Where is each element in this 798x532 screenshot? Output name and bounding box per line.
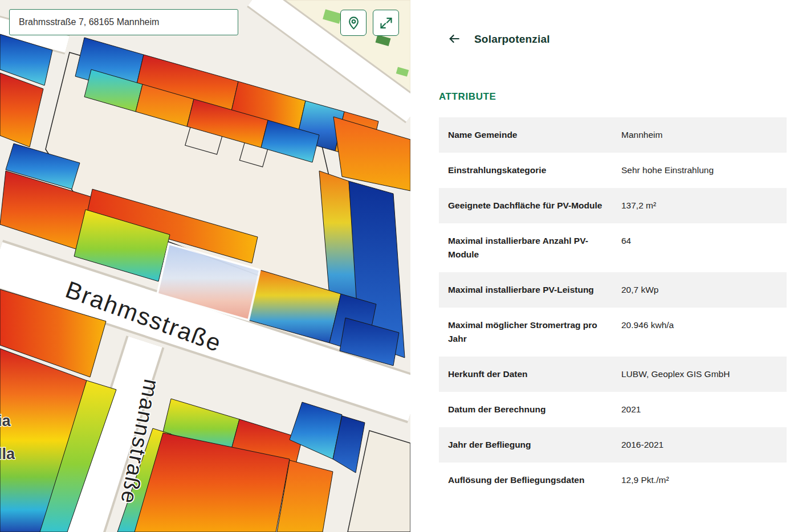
details-panel: Solarpotenzial ATTRIBUTE Name Gemeinde M…	[410, 0, 798, 532]
attribute-label: Maximal installierbare PV-Leistung	[448, 283, 612, 297]
poi-label-partial-1: ia	[0, 412, 11, 429]
attribute-label: Name Gemeinde	[448, 128, 612, 142]
attribute-label: Jahr der Befliegung	[448, 438, 612, 452]
map-controls	[340, 10, 399, 36]
attributes-heading: ATTRIBUTE	[439, 91, 787, 103]
attribute-value: LUBW, Geoplex GIS GmbH	[612, 367, 777, 381]
attribute-label: Einstrahlungskategorie	[448, 163, 612, 177]
attribute-value: Sehr hohe Einstrahlung	[612, 163, 777, 177]
map-canvas[interactable]: Brahmsstraße mannstraße ia lla	[0, 0, 410, 532]
attribute-row: Name Gemeinde Mannheim	[439, 117, 787, 153]
attribute-value: 12,9 Pkt./m²	[612, 473, 777, 487]
expand-arrows-icon	[378, 15, 394, 31]
attribute-value: 2021	[612, 403, 777, 416]
attribute-label: Herkunft der Daten	[448, 367, 612, 381]
attribute-row: Datum der Berechnung 2021	[439, 392, 787, 427]
attribute-row: Maximal installierbare Anzahl PV-Module …	[439, 223, 787, 272]
arrow-left-icon	[447, 32, 462, 45]
attribute-value: 20.946 kwh/a	[612, 318, 777, 332]
attribute-label: Datum der Berechnung	[448, 403, 612, 416]
attribute-row: Herkunft der Daten LUBW, Geoplex GIS Gmb…	[439, 357, 787, 392]
address-search[interactable]	[9, 9, 238, 35]
attribute-row: Maximal möglicher Stromertrag pro Jahr 2…	[439, 308, 787, 357]
attribute-row: Auflösung der Befliegungsdaten 12,9 Pkt.…	[439, 463, 787, 498]
attribute-value: Mannheim	[612, 128, 777, 142]
map-view[interactable]: Brahmsstraße mannstraße ia lla	[0, 0, 410, 532]
attribute-label: Auflösung der Befliegungsdaten	[448, 473, 612, 487]
attribute-label: Geeignete Dachfläche für PV-Module	[448, 199, 612, 212]
fullscreen-button[interactable]	[373, 10, 399, 36]
attribute-row: Einstrahlungskategorie Sehr hohe Einstra…	[439, 153, 787, 188]
attribute-value: 64	[612, 234, 777, 248]
attribute-value: 20,7 kWp	[612, 283, 777, 297]
attribute-value: 137,2 m²	[612, 199, 777, 212]
attribute-row: Geeignete Dachfläche für PV-Module 137,2…	[439, 188, 787, 223]
attribute-row: Jahr der Befliegung 2016-2021	[439, 427, 787, 463]
attribute-value: 2016-2021	[612, 438, 777, 452]
poi-label-partial-2: lla	[0, 445, 15, 463]
attribute-label: Maximal installierbare Anzahl PV-Module	[448, 234, 612, 261]
address-search-input[interactable]	[10, 10, 238, 35]
attributes-table: Name Gemeinde Mannheim Einstrahlungskate…	[439, 117, 787, 498]
back-button[interactable]	[446, 32, 463, 47]
page-title: Solarpotenzial	[474, 33, 550, 46]
panel-header: Solarpotenzial	[439, 32, 787, 47]
attribute-row: Maximal installierbare PV-Leistung 20,7 …	[439, 272, 787, 308]
map-pin-icon	[346, 15, 361, 31]
attribute-label: Maximal möglicher Stromertrag pro Jahr	[448, 318, 612, 346]
locate-button[interactable]	[340, 10, 367, 36]
app-root: Brahmsstraße mannstraße ia lla	[0, 0, 798, 532]
